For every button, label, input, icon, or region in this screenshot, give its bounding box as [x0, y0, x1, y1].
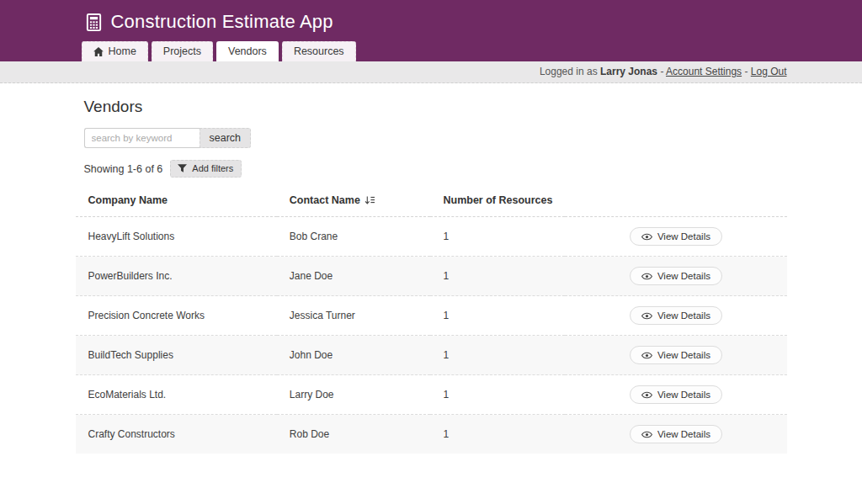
view-details-label: View Details: [657, 429, 710, 439]
tab-label: Projects: [163, 45, 201, 57]
table-row: EcoMaterials Ltd. Larry Doe 1 View Detai…: [76, 375, 787, 415]
contact-name-cell: Jessica Turner: [277, 296, 431, 336]
log-out-link[interactable]: Log Out: [751, 66, 787, 77]
contact-name-cell: John Doe: [277, 336, 431, 375]
eye-icon: [641, 312, 652, 320]
separator: -: [660, 66, 663, 77]
company-name-cell: Crafty Constructors: [76, 415, 277, 454]
column-header-contact-name[interactable]: Contact Name: [277, 187, 431, 217]
contact-name-cell: Larry Doe: [277, 375, 431, 415]
table-row: Crafty Constructors Rob Doe 1 View Detai…: [76, 415, 787, 454]
table-row: PowerBuilders Inc. Jane Doe 1 View Detai…: [76, 257, 787, 296]
actions-cell: View Details: [565, 296, 786, 336]
company-name-cell: EcoMaterials Ltd.: [76, 375, 277, 415]
actions-cell: View Details: [565, 415, 786, 454]
search-row: search: [76, 128, 787, 148]
tab-label: Home: [109, 45, 136, 57]
table-row: BuildTech Supplies John Doe 1 View Detai…: [76, 336, 787, 375]
view-details-button[interactable]: View Details: [630, 346, 722, 364]
view-details-label: View Details: [657, 231, 710, 241]
contact-name-cell: Bob Crane: [277, 217, 431, 257]
table-header-row: Company Name Contact Name: [76, 187, 787, 217]
tab-label: Vendors: [228, 45, 267, 57]
eye-icon: [641, 352, 652, 359]
view-details-button[interactable]: View Details: [630, 227, 722, 246]
company-name-cell: BuildTech Supplies: [76, 336, 277, 375]
add-filters-label: Add filters: [192, 163, 233, 173]
view-details-label: View Details: [657, 350, 710, 360]
resources-count-cell: 1: [430, 257, 565, 296]
view-details-label: View Details: [657, 310, 710, 321]
resources-count-cell: 1: [430, 415, 565, 454]
vendors-table: Company Name Contact Name: [76, 187, 787, 454]
view-details-button[interactable]: View Details: [630, 267, 722, 285]
tab-vendors[interactable]: Vendors: [216, 41, 279, 61]
eye-icon: [641, 273, 652, 280]
tab-projects[interactable]: Projects: [152, 41, 213, 61]
actions-cell: View Details: [565, 336, 786, 375]
search-input[interactable]: [84, 128, 200, 148]
view-details-label: View Details: [657, 390, 710, 400]
actions-cell: View Details: [565, 375, 786, 415]
contact-name-cell: Rob Doe: [277, 415, 431, 454]
separator: -: [744, 66, 748, 77]
brand-row: Construction Estimate App: [76, 0, 787, 41]
user-bar: Logged in as Larry Jonas - Account Setti…: [0, 61, 862, 83]
showing-count-text: Showing 1-6 of 6: [84, 163, 163, 175]
account-settings-link[interactable]: Account Settings: [666, 66, 742, 77]
view-details-button[interactable]: View Details: [630, 425, 722, 443]
app-title: Construction Estimate App: [111, 11, 333, 33]
resources-count-cell: 1: [430, 375, 565, 415]
column-header-number-of-resources: Number of Resources: [430, 187, 565, 217]
company-name-cell: PowerBuilders Inc.: [76, 257, 277, 296]
column-header-company-name: Company Name: [76, 187, 277, 217]
showing-row: Showing 1-6 of 6 Add filters: [76, 160, 787, 178]
vendors-page: Vendors search Showing 1-6 of 6 Add filt…: [76, 83, 787, 454]
tab-home[interactable]: Home: [82, 41, 148, 61]
logged-in-prefix: Logged in as: [540, 66, 598, 77]
sort-amount-down-icon[interactable]: [364, 196, 375, 205]
table-row: Precision Concrete Works Jessica Turner …: [76, 296, 787, 336]
app-header: Construction Estimate App Home Projects …: [0, 0, 862, 61]
view-details-label: View Details: [657, 271, 710, 281]
search-button[interactable]: search: [200, 128, 252, 148]
page-title: Vendors: [76, 98, 787, 116]
table-row: HeavyLift Solutions Bob Crane 1 View Det…: [76, 217, 787, 257]
eye-icon: [641, 391, 652, 399]
home-icon: [93, 47, 104, 56]
tab-resources[interactable]: Resources: [282, 41, 356, 61]
company-name-cell: Precision Concrete Works: [76, 296, 277, 336]
filter-funnel-icon: [178, 164, 187, 172]
view-details-button[interactable]: View Details: [630, 306, 722, 325]
logged-in-username: Larry Jonas: [600, 66, 657, 77]
contact-name-cell: Jane Doe: [277, 257, 431, 296]
add-filters-button[interactable]: Add filters: [170, 160, 242, 178]
actions-cell: View Details: [565, 217, 786, 257]
eye-icon: [641, 431, 652, 438]
resources-count-cell: 1: [430, 217, 565, 257]
actions-cell: View Details: [565, 257, 786, 296]
eye-icon: [641, 233, 652, 241]
resources-count-cell: 1: [430, 336, 565, 375]
tab-label: Resources: [294, 45, 344, 57]
column-header-actions: [565, 187, 786, 217]
view-details-button[interactable]: View Details: [630, 385, 722, 404]
resources-count-cell: 1: [430, 296, 565, 336]
calculator-icon: [84, 13, 104, 32]
company-name-cell: HeavyLift Solutions: [76, 217, 277, 257]
main-nav: Home Projects Vendors Resources: [76, 41, 787, 61]
